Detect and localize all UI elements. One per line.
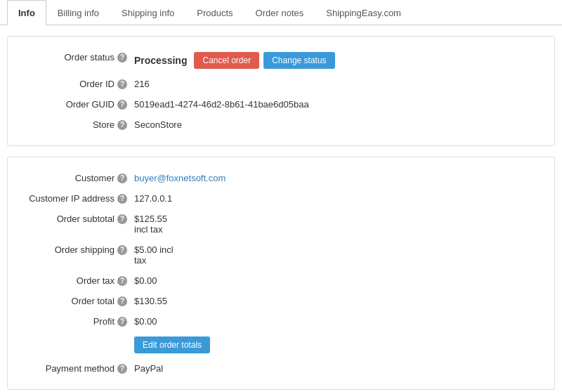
cancel-order-button[interactable]: Cancel order <box>194 52 259 69</box>
order-total-row: Order total ? $130.55 <box>22 291 540 311</box>
order-subtotal-help-icon[interactable]: ? <box>117 214 127 224</box>
store-label: Store ? <box>22 119 134 130</box>
order-total-value: $130.55 <box>134 296 540 306</box>
order-status-label: Order status ? <box>22 52 134 63</box>
customer-help-icon[interactable]: ? <box>117 174 127 183</box>
tab-billing-info[interactable]: Billing info <box>46 0 110 25</box>
tab-shipping-info[interactable]: Shipping info <box>110 0 185 25</box>
order-status-help-icon[interactable]: ? <box>117 53 127 63</box>
payment-method-label: Payment method ? <box>22 363 134 374</box>
order-id-value: 216 <box>134 79 540 89</box>
order-shipping-row: Order shipping ? $5.00 incl tax <box>22 240 540 270</box>
edit-order-totals-button[interactable]: Edit order totals <box>134 337 210 353</box>
order-tax-value: $0.00 <box>134 275 540 286</box>
customer-ip-help-icon[interactable]: ? <box>117 194 127 204</box>
payment-method-value: PayPal <box>134 363 540 374</box>
change-status-button[interactable]: Change status <box>263 52 334 69</box>
profit-label: Profit ? <box>22 316 134 327</box>
profit-value-col: $0.00 Edit order totals <box>134 316 540 353</box>
customer-ip-row: Customer IP address ? 127.0.0.1 <box>22 188 540 209</box>
order-subtotal-label: Order subtotal ? <box>22 214 134 224</box>
financial-section: Customer ? buyer@foxnetsoft.com Customer… <box>7 157 555 390</box>
order-subtotal-value: $125.55 incl tax <box>134 214 540 235</box>
order-shipping-block: $5.00 incl tax <box>134 244 174 266</box>
order-guid-value: 5019ead1-4274-46d2-8b61-41bae6d05baa <box>134 99 540 110</box>
order-tax-help-icon[interactable]: ? <box>117 276 127 286</box>
order-status-value: Processing <box>134 55 187 66</box>
order-tax-label: Order tax ? <box>22 275 134 286</box>
store-help-icon[interactable]: ? <box>117 120 127 130</box>
order-id-label: Order ID ? <box>22 79 134 89</box>
order-id-help-icon[interactable]: ? <box>117 79 127 89</box>
store-value: SeconStore <box>134 119 540 130</box>
order-guid-label: Order GUID ? <box>22 99 134 110</box>
payment-method-row: Payment method ? PayPal <box>22 358 540 379</box>
order-status-section: Order status ? Processing Cancel order C… <box>7 36 555 146</box>
store-row: Store ? SeconStore <box>22 115 540 135</box>
profit-help-icon[interactable]: ? <box>117 317 127 327</box>
order-total-label: Order total ? <box>22 296 134 306</box>
order-status-value-col: Processing Cancel order Change status <box>134 52 540 69</box>
tab-bar: Info Billing info Shipping info Products… <box>0 0 562 25</box>
customer-value: buyer@foxnetsoft.com <box>134 173 540 183</box>
profit-value-block: $0.00 Edit order totals <box>134 316 210 353</box>
order-tax-row: Order tax ? $0.00 <box>22 270 540 291</box>
order-subtotal-row: Order subtotal ? $125.55 incl tax <box>22 209 540 240</box>
order-shipping-value: $5.00 incl tax <box>134 244 540 266</box>
order-shipping-label: Order shipping ? <box>22 244 134 255</box>
order-shipping-help-icon[interactable]: ? <box>117 245 127 255</box>
tab-products[interactable]: Products <box>185 0 244 25</box>
order-id-row: Order ID ? 216 <box>22 74 540 94</box>
order-subtotal-block: $125.55 incl tax <box>134 214 167 235</box>
order-guid-help-icon[interactable]: ? <box>117 100 127 110</box>
customer-ip-value: 127.0.0.1 <box>134 193 540 204</box>
tab-info[interactable]: Info <box>7 0 46 25</box>
customer-label: Customer ? <box>22 173 134 183</box>
profit-row: Profit ? $0.00 Edit order totals <box>22 311 540 358</box>
customer-row: Customer ? buyer@foxnetsoft.com <box>22 168 540 188</box>
payment-method-help-icon[interactable]: ? <box>117 364 127 374</box>
customer-ip-label: Customer IP address ? <box>22 193 134 204</box>
tab-shippingeasy[interactable]: ShippingEasy.com <box>315 0 412 25</box>
order-total-help-icon[interactable]: ? <box>117 296 127 306</box>
main-content: Order status ? Processing Cancel order C… <box>0 25 562 392</box>
order-status-row: Order status ? Processing Cancel order C… <box>22 47 540 74</box>
tab-order-notes[interactable]: Order notes <box>244 0 315 25</box>
order-guid-row: Order GUID ? 5019ead1-4274-46d2-8b61-41b… <box>22 94 540 115</box>
customer-email-link[interactable]: buyer@foxnetsoft.com <box>134 173 226 183</box>
